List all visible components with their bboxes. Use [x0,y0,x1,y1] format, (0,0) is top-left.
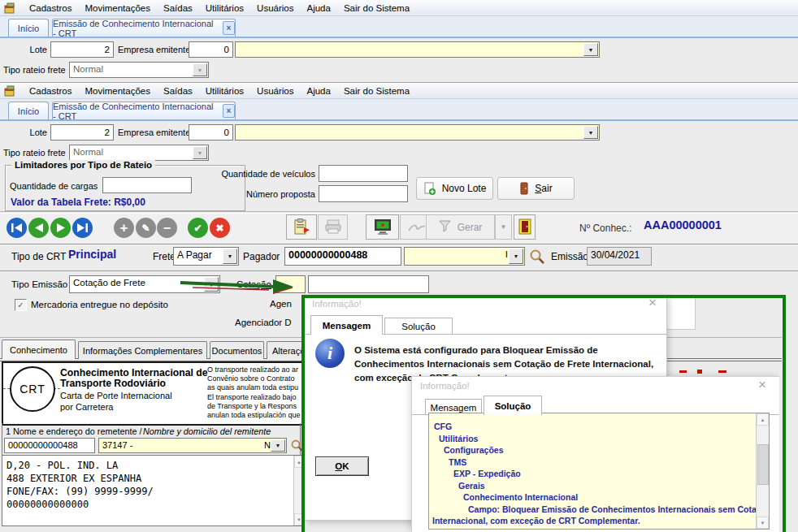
textarea-scrollbar[interactable]: ▲ ▼ [293,456,304,526]
pagador-nome-combo[interactable]: I ▼ [404,247,525,266]
sair-button[interactable]: Sair [497,177,575,200]
ok-label: OK [335,461,349,471]
limitadores-title: Limitadores por Tipo de Rateio [11,160,155,170]
quantidade-cargas-input[interactable] [102,177,192,193]
menu-item-usuarios[interactable]: Usuários [257,3,293,13]
menu-item-cadastros[interactable]: Cadastros [29,3,72,13]
tipo-crt-label: Tipo de CRT [11,251,66,262]
exit-door-button[interactable] [514,214,536,240]
frete-combo[interactable]: A Pagar ▼ [173,247,239,266]
tab-crt-active[interactable]: Emissão de Conhecimento Internacional - … [52,102,236,119]
menu-item-ajuda[interactable]: Ajuda [306,86,330,96]
chevron-down-icon[interactable]: ▼ [271,439,285,452]
preview-monitor-button[interactable] [366,214,399,240]
menu-item-movimentacoes[interactable]: Movimentações [85,3,150,13]
search-icon[interactable] [290,439,304,454]
printer-icon [324,218,342,236]
chevron-down-icon[interactable]: ▼ [509,249,523,264]
cancel-button[interactable]: ✖ [210,218,230,238]
empresa-emitente-combo[interactable]: ▼ [235,124,600,141]
nav-prev-button[interactable] [28,218,49,238]
cotacao-label: Cotação [236,279,271,290]
doc-tab-documentos[interactable]: Documentos [210,341,264,359]
doc-tab-conhecimento[interactable]: Conhecimento [2,340,76,359]
chevron-down-icon[interactable]: ▼ [204,277,219,292]
menu-item-usuarios[interactable]: Usuários [257,86,293,96]
endereco-line: D,20 - POL. IND. LA [7,459,118,472]
exit-door-icon [518,218,531,236]
scroll-up-icon[interactable]: ▲ [294,456,304,468]
ok-button[interactable]: OK [315,456,369,476]
pagador-value: 00000000000488 [288,249,367,261]
menu-item-utilitarios[interactable]: Utilitários [206,3,244,13]
chevron-down-icon[interactable]: ▼ [583,43,598,56]
tab-inicio[interactable]: Início [8,19,49,37]
dialog-tab-solucao-active[interactable]: Solução [484,396,542,415]
menu-item-cadastros[interactable]: Cadastros [29,86,72,96]
endereco-line: 488 EXTERIOR EX ESPANHA [7,472,141,485]
tab-close-icon[interactable]: × [223,104,235,118]
cotacao-numero-input[interactable] [275,275,306,293]
lote-label: Lote [0,127,47,138]
doc-tab-informacoes-complementares[interactable]: Informações Complementares [78,341,207,359]
scroll-up-icon[interactable]: ▲ [757,413,769,426]
menu-item-utilitarios[interactable]: Utilitários [206,86,244,96]
doc-tab-alteracoes[interactable]: Alterações F [267,341,302,359]
menu-item-movimentacoes[interactable]: Movimentações [85,86,150,96]
remetente-combo[interactable]: 37147 - N ▼ [98,438,287,453]
frete-value: A Pagar [177,249,212,261]
tree-node: Internacional, com exceção de CRT Comple… [432,515,752,527]
menu-item-ajuda[interactable]: Ajuda [306,3,330,13]
empresa-emitente-combo[interactable]: ▼ [235,41,600,58]
red-text-fragment [697,370,702,374]
menu-item-sair-do-sistema[interactable]: Sair do Sistema [344,3,410,13]
tipo-rateio-combo[interactable]: Normal ▼ [69,62,209,78]
chevron-down-icon[interactable]: ▼ [583,126,598,139]
menu-bar: Cadastros Movimentações Saídas Utilitári… [0,0,798,16]
nav-next-button[interactable] [50,218,71,238]
scroll-down-icon[interactable]: ▼ [757,517,769,529]
search-icon[interactable] [529,249,545,266]
screen: Cadastros Movimentações Saídas Utilitári… [0,0,798,532]
menu-item-sair-do-sistema[interactable]: Sair do Sistema [344,86,410,96]
empresa-emitente-label: Empresa emitente [118,127,190,138]
empresa-emitente-input[interactable] [189,41,233,58]
add-record-button[interactable]: + [114,218,134,238]
lote-input[interactable] [50,41,114,58]
menu-item-saidas[interactable]: Saídas [163,3,193,13]
lote-input[interactable] [50,124,114,141]
dialog-tab-mensagem-active[interactable]: Mensagem [310,315,383,335]
scroll-down-icon[interactable]: ▼ [294,513,304,526]
tab-crt-active[interactable]: Emissão de Conhecimento Internacional - … [52,19,236,37]
nav-last-button[interactable] [72,218,93,238]
tipo-rateio-combo[interactable]: Normal ▼ [69,145,209,161]
numero-proposta-input[interactable] [319,185,408,202]
app-icon [3,84,16,97]
close-icon[interactable]: × [758,379,766,391]
remetente-endereco-textarea[interactable]: D,20 - POL. IND. LA 488 EXTERIOR EX ESPA… [2,455,305,526]
tipo-emissao-combo[interactable]: Cotação de Frete ▼ [69,275,220,293]
mercadoria-checkbox[interactable]: ✓ [15,299,27,311]
confirm-button[interactable]: ✔ [188,218,208,238]
edit-record-button[interactable]: ✎ [136,218,156,238]
scrollbar-thumb[interactable] [757,444,769,485]
novo-lote-button[interactable]: Novo Lote [416,177,493,200]
report-clipboard-button[interactable] [286,214,317,240]
tab-inicio[interactable]: Início [8,102,49,119]
tab-close-icon[interactable]: × [223,21,235,35]
tipo-rateio-label: Tipo rateio frete [3,147,66,158]
tree-scrollbar[interactable]: ▲ ▼ [756,413,769,529]
dialog-tab-solucao[interactable]: Solução [384,318,453,335]
close-icon[interactable]: × [648,297,657,309]
tipo-rateio-value: Normal [73,64,103,74]
empresa-emitente-input[interactable] [189,124,233,141]
tipo-rateio-value: Normal [73,147,103,157]
menu-item-saidas[interactable]: Saídas [163,86,193,96]
remetente-codigo-input[interactable]: 00000000000488 [4,438,95,453]
nav-first-button[interactable] [7,218,27,238]
quantidade-veiculos-input[interactable] [319,165,408,182]
cotacao-descricao-input[interactable] [308,275,429,293]
pagador-input[interactable]: 00000000000488 [284,247,401,266]
delete-record-button[interactable]: − [157,218,177,238]
chevron-down-icon[interactable]: ▼ [223,249,237,264]
